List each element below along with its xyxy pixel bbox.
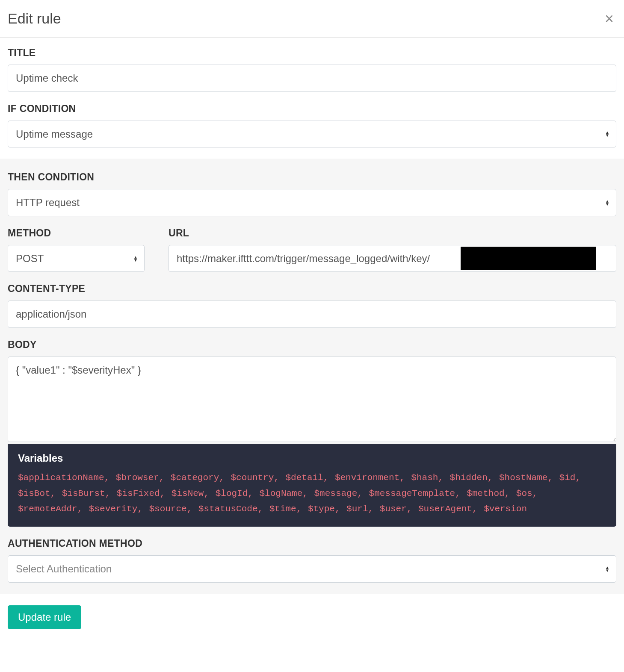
modal-header: Edit rule × — [0, 0, 624, 38]
if-condition-label: IF CONDITION — [8, 103, 616, 115]
variables-list: $applicationName, $browser, $category, $… — [18, 470, 606, 517]
content-type-label: CONTENT-TYPE — [8, 283, 616, 295]
method-select[interactable]: POST — [8, 245, 145, 272]
body-textarea[interactable]: { "value1" : "$severityHex" } — [8, 357, 616, 442]
title-input[interactable] — [8, 65, 616, 92]
content-type-input[interactable] — [8, 301, 616, 328]
then-section: THEN CONDITION HTTP request METHOD POST … — [0, 159, 624, 594]
variables-panel: Variables $applicationName, $browser, $c… — [8, 444, 616, 527]
auth-method-label: AUTHENTICATION METHOD — [8, 538, 616, 549]
then-condition-select[interactable]: HTTP request — [8, 189, 616, 216]
update-rule-button[interactable]: Update rule — [8, 605, 81, 629]
method-label: METHOD — [8, 227, 145, 239]
variables-title: Variables — [18, 452, 606, 464]
title-label: TITLE — [8, 47, 616, 59]
modal-title: Edit rule — [8, 10, 61, 27]
body-label: BODY — [8, 339, 616, 351]
close-icon[interactable]: × — [602, 11, 616, 27]
if-condition-select[interactable]: Uptime message — [8, 121, 616, 148]
if-section: TITLE IF CONDITION Uptime message — [0, 38, 624, 159]
then-condition-label: THEN CONDITION — [8, 171, 616, 183]
auth-method-select[interactable]: Select Authentication — [8, 555, 616, 583]
url-label: URL — [169, 227, 616, 239]
url-redacted-segment — [461, 247, 596, 271]
modal-footer: Update rule — [0, 594, 624, 640]
